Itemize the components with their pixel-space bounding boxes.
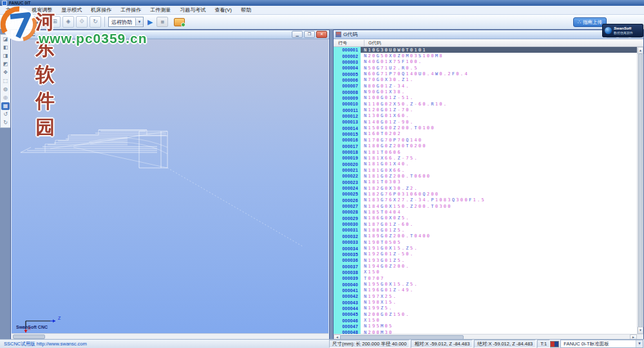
gcode-row[interactable]: 000032N189G0Z200.T0400 xyxy=(334,234,643,239)
rotate-left-icon[interactable]: ↺ xyxy=(1,111,10,118)
viewport-window-titlebar[interactable]: EX6.CNC ▁ ❐ ✕ xyxy=(11,30,329,39)
gcode-row[interactable]: 000019N181X66.Z-75. xyxy=(334,155,643,161)
menu-item[interactable]: 工件操作 xyxy=(116,6,146,14)
menu-item[interactable]: 习题与考试 xyxy=(175,6,210,14)
gcode-row[interactable]: 000046X150 xyxy=(334,317,643,323)
gcode-row[interactable]: 000017N180G0Z200T0200 xyxy=(334,143,643,149)
menu-item[interactable]: 帮助 xyxy=(236,6,256,14)
line-number-column-header[interactable]: 行号 xyxy=(334,40,365,46)
tool-setup-icon[interactable]: ◈ xyxy=(62,16,74,28)
gcode-row[interactable]: 000033N190T0505 xyxy=(334,239,643,245)
gcode-row[interactable]: 000011N120G01Z-70. xyxy=(334,107,643,113)
view-top-icon[interactable]: ◩ xyxy=(1,60,10,68)
gcode-row[interactable]: 000022N181G0Z200.T0600 xyxy=(334,173,643,179)
machine-viewport[interactable]: Z X SwanSoft CNC xyxy=(12,39,328,333)
gcode-row[interactable]: 000023N181T0303 xyxy=(334,179,643,185)
open-file-icon[interactable]: ◰ xyxy=(17,16,28,28)
gcode-line-number: 000043 xyxy=(334,299,361,305)
gcode-row[interactable]: 000037N194G0Z200. xyxy=(334,263,643,269)
view-iso-icon[interactable]: ◪ xyxy=(1,35,10,43)
gcode-row[interactable]: 000024N182G0X30.Z2. xyxy=(334,185,643,191)
machine-setup-icon[interactable]: ⊞ xyxy=(49,16,61,28)
gcode-row[interactable]: 000028N185T0404 xyxy=(334,209,643,215)
gcode-row[interactable]: 000020N181G01X40. xyxy=(334,161,643,167)
gcode-text: N199Z5. xyxy=(361,306,643,311)
gcode-row[interactable]: 000048N200M30 xyxy=(334,329,643,334)
vscroll-thumb[interactable] xyxy=(638,53,643,327)
save-file-icon[interactable]: ⬓ xyxy=(30,16,42,28)
gcode-vscrollbar[interactable]: ▲ ▼ xyxy=(637,47,643,334)
gcode-row[interactable]: 000045N200G0Z150. xyxy=(334,311,643,317)
workpiece-setup-icon[interactable]: ⟐ xyxy=(76,16,88,28)
gcode-text: N40G01X75F100. xyxy=(361,59,643,65)
gcode-row[interactable]: 000026N183G76X27.Z-34.P1083Q300F1.5 xyxy=(334,197,643,203)
gcode-row[interactable]: 000013N140G01Z-90. xyxy=(334,119,643,125)
tool-library-icon[interactable] xyxy=(174,18,185,26)
gcode-row[interactable]: 000014N150G00Z200.T0100 xyxy=(334,125,643,131)
gcode-row[interactable]: 000025N182G76P031060Q200 xyxy=(334,191,643,197)
gcode-row[interactable]: 000040N195G0X15.Z5. xyxy=(334,281,643,287)
minimize-button[interactable]: ▁ xyxy=(292,31,303,38)
gcode-row[interactable]: 000010N110G02X50.Z-60.R10. xyxy=(334,101,643,107)
zoom-window-icon[interactable]: ⬚ xyxy=(1,77,10,85)
gcode-row[interactable]: 000027N184G0X150.Z200.T0300 xyxy=(334,203,643,209)
gcode-row[interactable]: 000018N181T0606 xyxy=(334,149,643,155)
gcode-row[interactable]: 000036N193G01Z5. xyxy=(334,257,643,263)
gcode-row[interactable]: 000041N196G01Z-49. xyxy=(334,288,643,293)
gcode-row[interactable]: 000005N60G71P70Q140U0.4W0.2F0.4 xyxy=(334,71,643,77)
new-file-icon[interactable]: ▢ xyxy=(3,16,15,28)
gcode-text: N200M30 xyxy=(361,329,643,334)
gcode-line-number: 000012 xyxy=(334,113,361,119)
gcode-row[interactable]: 000001N10G30U0W0T0101 xyxy=(334,47,643,53)
gcode-row[interactable]: 000044N199Z5. xyxy=(334,306,643,311)
assist-mode-select[interactable]: 远程协助 ▼ xyxy=(108,17,144,27)
gcode-row[interactable]: 000002N20G50X0Z0M03S100M8 xyxy=(334,53,643,59)
pan-view-icon[interactable]: ✥ xyxy=(1,69,10,77)
shade-model-icon[interactable]: ◍ xyxy=(1,86,10,93)
gcode-row[interactable]: 000034N191G0X15.Z5. xyxy=(334,245,643,251)
gcode-row[interactable]: 000030N187G01Z-60. xyxy=(334,221,643,227)
view-front-icon[interactable]: ◧ xyxy=(1,44,10,51)
gcode-column-header[interactable]: G代码 xyxy=(365,40,643,46)
gcode-row[interactable]: 000016N170G70P70Q140 xyxy=(334,137,643,143)
gcode-row[interactable]: 000047N195M05 xyxy=(334,324,643,329)
gcode-row[interactable]: 000029N186G0X0Z5. xyxy=(334,215,643,221)
gcode-row[interactable]: 000031N188G01Z5. xyxy=(334,227,643,233)
rotate-right-icon[interactable]: ↻ xyxy=(1,119,10,127)
gcode-text: N181X66.Z-75. xyxy=(361,155,643,161)
gcode-row[interactable]: 000015N160T0202 xyxy=(334,131,643,137)
coordinate-icon[interactable]: ↻ xyxy=(90,16,101,28)
gcode-row[interactable]: 000021N181G0X66. xyxy=(334,167,643,173)
gcode-row[interactable]: 000043N198X15. xyxy=(334,299,643,305)
viewport-hscrollbar[interactable] xyxy=(12,333,328,339)
run-program-button[interactable]: ▶ xyxy=(146,17,155,27)
gcode-row[interactable]: 000008N90G01X38. xyxy=(334,89,643,95)
gcode-row[interactable]: 000035N192G01Z-50. xyxy=(334,252,643,257)
menu-item[interactable]: 文件(F) xyxy=(1,6,27,14)
menu-item[interactable]: 显示模式 xyxy=(57,6,86,14)
menu-item[interactable]: 工件测量 xyxy=(146,6,175,14)
restore-button[interactable]: ❐ xyxy=(304,31,315,38)
trial-version-link[interactable]: SSCNC试用版 http://www.swansc.com xyxy=(1,340,164,347)
gcode-text: N180G0Z200T0200 xyxy=(361,143,643,149)
gcode-window-titlebar[interactable]: G代码 ▁ ❐ ✕ xyxy=(334,30,643,39)
gcode-row[interactable]: 000009N100G01Z-51. xyxy=(334,95,643,101)
close-button[interactable]: ✕ xyxy=(316,31,327,38)
gcode-row[interactable]: 000012N130G01X60. xyxy=(334,113,643,119)
gcode-row[interactable]: 000007N80G01Z-34. xyxy=(334,83,643,89)
gcode-row[interactable]: 000003N40G01X75F100. xyxy=(334,59,643,65)
scroll-down-icon[interactable]: ▼ xyxy=(638,327,643,334)
gcode-row[interactable]: 000039T0707 xyxy=(334,275,643,281)
panel-type-select[interactable]: FANUC 0i-T标准面板 ▼ xyxy=(560,340,643,348)
menu-item[interactable]: 视窗调整 xyxy=(27,6,57,14)
gcode-row[interactable]: 000038X150 xyxy=(334,270,643,275)
gcode-row[interactable]: 000042N197X25. xyxy=(334,293,643,299)
menu-item[interactable]: 机床操作 xyxy=(86,6,116,14)
gcode-row[interactable]: 000004N50G71U2.R0.5 xyxy=(334,65,643,71)
stop-program-button[interactable]: ◼ xyxy=(156,17,168,27)
menu-item[interactable]: 查看(V) xyxy=(210,6,236,14)
wireframe-model-icon[interactable]: ◎ xyxy=(1,94,10,102)
gcode-row[interactable]: 000006N70G0X30.Z1. xyxy=(334,77,643,83)
fit-view-icon[interactable]: ▦ xyxy=(1,102,10,110)
view-side-icon[interactable]: ◨ xyxy=(1,52,10,60)
